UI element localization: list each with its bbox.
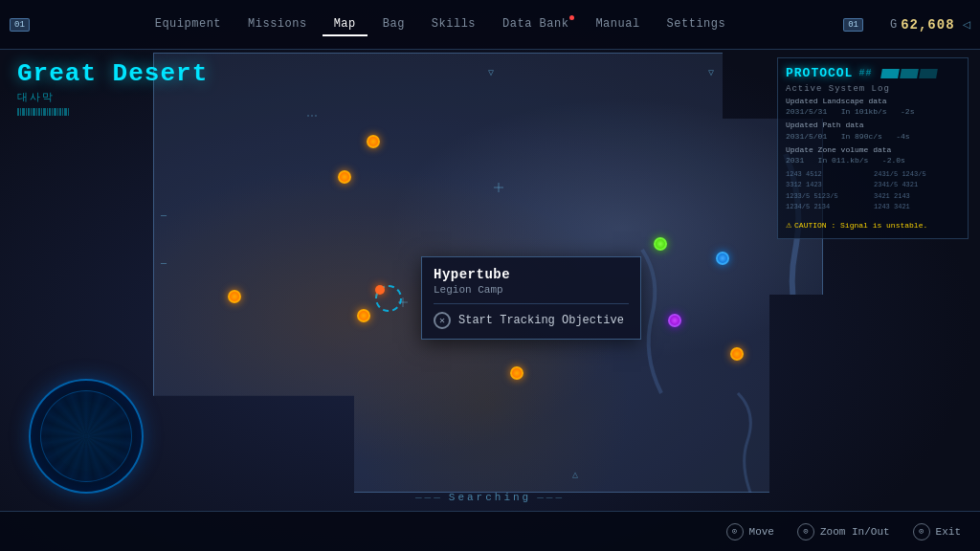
protocol-stripe-3 bbox=[920, 69, 939, 78]
tooltip-action[interactable]: ✕ Start Tracking Objective bbox=[434, 312, 629, 329]
protocol-title: PROTOCOL ## bbox=[786, 66, 960, 80]
radar-circle bbox=[29, 379, 144, 494]
marker-green-1[interactable] bbox=[654, 237, 667, 251]
protocol-log-entry-2: Updated Path data 2031/5/01 In 890c/s -4… bbox=[786, 120, 960, 141]
marker-orange-3[interactable] bbox=[228, 290, 241, 303]
nav-item-skills[interactable]: Skills bbox=[420, 13, 487, 36]
marker-blue-1[interactable] bbox=[716, 252, 729, 265]
currency-value: 62,608 bbox=[901, 17, 954, 33]
protocol-stripe-2 bbox=[901, 69, 920, 78]
protocol-stripe-1 bbox=[881, 69, 901, 78]
compass-arrow-bottom: △ bbox=[572, 469, 578, 480]
marker-orange-2[interactable] bbox=[338, 170, 351, 184]
area-name-korean: 대사막 bbox=[17, 90, 208, 104]
nav-item-bag[interactable]: Bag bbox=[371, 13, 416, 36]
tooltip-subtitle: Legion Camp bbox=[434, 284, 629, 296]
nav-item-settings[interactable]: Settings bbox=[656, 13, 738, 36]
protocol-panel: PROTOCOL ## Active System Log Updated La… bbox=[777, 57, 969, 239]
currency-arrow-icon: ◁ bbox=[963, 16, 970, 33]
nav-items: Equipment Missions Map Bag Skills Data B… bbox=[37, 13, 843, 36]
marker-orange-dot bbox=[367, 135, 380, 148]
marker-purple-1[interactable] bbox=[668, 314, 681, 327]
caution-text: ⚠ CAUTION : Signal is unstable. bbox=[786, 219, 960, 231]
move-label: Move bbox=[749, 526, 774, 538]
player-dot bbox=[375, 285, 385, 295]
nav-badge-left: 01 bbox=[10, 18, 30, 32]
searching-bar: Searching bbox=[415, 492, 565, 503]
area-title: Great Desert 대사막 bbox=[17, 59, 208, 116]
nav-item-missions[interactable]: Missions bbox=[236, 13, 319, 36]
marker-purple-dot bbox=[668, 314, 681, 327]
compass-arrow-left: — bbox=[161, 210, 167, 221]
nav-badge-right: 01 bbox=[843, 18, 863, 32]
area-name: Great Desert bbox=[17, 59, 208, 88]
searching-text: Searching bbox=[449, 492, 531, 503]
protocol-data-grid: 1243 45123312 1423 2431/5 1243/52341/5 4… bbox=[786, 169, 960, 211]
nav-notification-dot bbox=[569, 15, 574, 20]
marker-orange-dot bbox=[357, 309, 370, 322]
bottom-control-exit: ⊙ Exit bbox=[913, 523, 961, 540]
protocol-log-title: Active System Log bbox=[786, 84, 960, 94]
exit-label: Exit bbox=[936, 526, 961, 538]
marker-orange-dot bbox=[510, 366, 523, 380]
tooltip-title: Hypertube bbox=[434, 267, 629, 282]
nav-item-databank[interactable]: Data Bank bbox=[491, 13, 580, 36]
zoom-label: Zoom In/Out bbox=[820, 526, 890, 538]
player-marker bbox=[375, 285, 385, 295]
nav-item-equipment[interactable]: Equipment bbox=[144, 13, 233, 36]
area-barcode bbox=[17, 108, 208, 116]
nav-item-map[interactable]: Map bbox=[323, 13, 368, 36]
nav-item-manual[interactable]: Manual bbox=[584, 13, 651, 36]
compass-arrow-left2: — bbox=[161, 258, 167, 269]
protocol-log-entry-3: Update Zone volume data 2031 In 011.kb/s… bbox=[786, 144, 960, 165]
caution-icon: ⚠ bbox=[786, 219, 791, 231]
marker-green-dot bbox=[654, 237, 667, 251]
marker-blue-dot bbox=[716, 252, 729, 265]
bottom-bar: ⊙ Move ⊙ Zoom In/Out ⊙ Exit bbox=[0, 511, 980, 551]
marker-orange-1[interactable] bbox=[367, 135, 380, 148]
move-icon: ⊙ bbox=[726, 523, 744, 540]
tooltip-action-icon: ✕ bbox=[434, 312, 451, 329]
nav-bar: 01 Equipment Missions Map Bag Skills Dat… bbox=[0, 0, 980, 50]
tooltip-divider bbox=[434, 303, 629, 304]
protocol-stripes bbox=[881, 69, 937, 78]
marker-orange-dot bbox=[338, 170, 351, 184]
marker-orange-4[interactable] bbox=[357, 309, 370, 322]
compass-arrow-top2: ▽ bbox=[708, 67, 714, 78]
protocol-log-entry-1: Updated Landscape data 2031/5/31 In 101k… bbox=[786, 96, 960, 117]
bottom-control-move: ⊙ Move bbox=[726, 523, 774, 540]
tooltip-popup: Hypertube Legion Camp ✕ Start Tracking O… bbox=[421, 256, 641, 340]
bottom-control-zoom: ⊙ Zoom In/Out bbox=[797, 523, 890, 540]
currency-label: G bbox=[890, 18, 897, 32]
compass-arrow-top: ▽ bbox=[488, 67, 494, 78]
marker-orange-5[interactable] bbox=[510, 366, 523, 380]
zoom-icon: ⊙ bbox=[797, 523, 814, 540]
marker-orange-dot bbox=[228, 290, 241, 303]
tooltip-action-text: Start Tracking Objective bbox=[458, 314, 624, 327]
marker-orange-dot bbox=[730, 347, 744, 361]
marker-orange-6[interactable] bbox=[730, 347, 744, 361]
exit-icon: ⊙ bbox=[913, 523, 930, 540]
